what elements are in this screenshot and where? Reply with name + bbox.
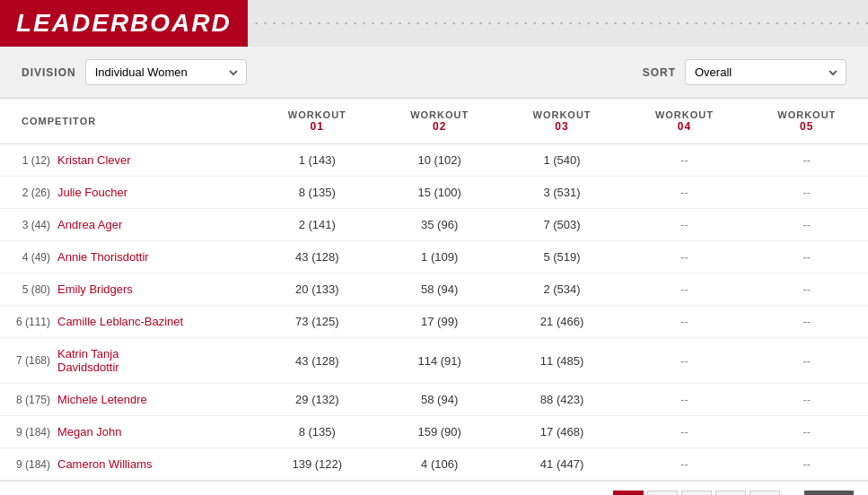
workout-04-cell: --: [623, 241, 745, 274]
workout04-header: WORKOUT 04: [623, 99, 745, 144]
workout-01-cell: 43 (128): [256, 241, 378, 274]
workout-05-cell: --: [746, 209, 868, 241]
table-header: COMPETITOR WORKOUT 01 WORKOUT 02 WORKOUT…: [0, 99, 868, 144]
division-label: DIVISION: [22, 66, 76, 79]
table-row: 7 (168)Katrin TanjaDavidsdottir43 (128)1…: [0, 338, 868, 384]
pagination-bar: 1 2 3 4 5 ... 1779: [0, 481, 868, 495]
rank-cell: 9 (184): [0, 448, 54, 481]
workout-03-cell: 2 (534): [501, 274, 623, 306]
sort-select[interactable]: OverallWorkout 01Workout 02Workout 03: [685, 59, 846, 85]
rank-cell: 1 (12): [0, 144, 54, 177]
competitor-header: COMPETITOR: [0, 99, 256, 144]
workout-02-cell: 10 (102): [378, 144, 500, 177]
table-row: 8 (175)Michele Letendre29 (132)58 (94)88…: [0, 384, 868, 416]
workout-01-cell: 43 (128): [256, 338, 378, 384]
workout-03-cell: 5 (519): [501, 241, 623, 274]
workout-01-cell: 1 (143): [256, 144, 378, 177]
page-header: LEADERBOARD: [0, 0, 868, 47]
workout-04-cell: --: [623, 144, 745, 177]
leaderboard-table: COMPETITOR WORKOUT 01 WORKOUT 02 WORKOUT…: [0, 99, 868, 481]
workout-04-cell: --: [623, 338, 745, 384]
workout-02-cell: 58 (94): [378, 384, 500, 416]
workout-02-cell: 159 (90): [378, 416, 500, 448]
name-cell[interactable]: Cameron Williams: [54, 448, 256, 481]
workout-04-cell: --: [623, 306, 745, 338]
header-decoration: [255, 18, 868, 29]
workout-05-cell: --: [746, 144, 868, 177]
page-title: LEADERBOARD: [16, 9, 232, 38]
page-4-button[interactable]: 4: [715, 491, 746, 495]
workout-04-cell: --: [623, 416, 745, 448]
workout-02-cell: 4 (106): [378, 448, 500, 481]
page-3-button[interactable]: 3: [681, 491, 712, 495]
name-cell[interactable]: Camille Leblanc-Bazinet: [54, 306, 256, 338]
sort-label: SORT: [643, 66, 676, 79]
sort-group: SORT OverallWorkout 01Workout 02Workout …: [643, 59, 846, 85]
workout-01-cell: 2 (141): [256, 209, 378, 241]
workout-05-cell: --: [746, 241, 868, 274]
workout02-header: WORKOUT 02: [378, 99, 500, 144]
workout-03-cell: 17 (468): [501, 416, 623, 448]
rank-cell: 9 (184): [0, 416, 54, 448]
name-cell[interactable]: Michele Letendre: [54, 384, 256, 416]
name-cell[interactable]: Annie Thorisdottir: [54, 241, 256, 274]
workout-02-cell: 114 (91): [378, 338, 500, 384]
rank-cell: 3 (44): [0, 209, 54, 241]
division-group: DIVISION Individual WomenIndividual MenT…: [22, 59, 247, 85]
workout-04-cell: --: [623, 177, 745, 209]
workout-03-cell: 21 (466): [501, 306, 623, 338]
table-row: 5 (80)Emily Bridgers20 (133)58 (94)2 (53…: [0, 274, 868, 306]
table-row: 9 (184)Megan John8 (135)159 (90)17 (468)…: [0, 416, 868, 448]
workout-05-cell: --: [746, 274, 868, 306]
rank-cell: 7 (168): [0, 338, 54, 384]
table-row: 9 (184)Cameron Williams139 (122)4 (106)4…: [0, 448, 868, 481]
page-1-button[interactable]: 1: [613, 491, 644, 495]
table-row: 2 (26)Julie Foucher8 (135)15 (100)3 (531…: [0, 177, 868, 209]
rank-cell: 4 (49): [0, 241, 54, 274]
workout-01-cell: 139 (122): [256, 448, 378, 481]
workout-03-cell: 11 (485): [501, 338, 623, 384]
workout-01-cell: 20 (133): [256, 274, 378, 306]
table-row: 6 (111)Camille Leblanc-Bazinet73 (125)17…: [0, 306, 868, 338]
workout-01-cell: 29 (132): [256, 384, 378, 416]
workout-03-cell: 41 (447): [501, 448, 623, 481]
name-cell[interactable]: Kristan Clever: [54, 144, 256, 177]
workout05-header: WORKOUT 05: [746, 99, 868, 144]
pagination-ellipsis: ...: [784, 491, 801, 495]
rank-cell: 8 (175): [0, 384, 54, 416]
workout-02-cell: 1 (109): [378, 241, 500, 274]
leaderboard-table-container: COMPETITOR WORKOUT 01 WORKOUT 02 WORKOUT…: [0, 99, 868, 481]
controls-bar: DIVISION Individual WomenIndividual MenT…: [0, 47, 868, 99]
page-last-button[interactable]: 1779: [804, 491, 854, 495]
name-cell[interactable]: Julie Foucher: [54, 177, 256, 209]
table-row: 4 (49)Annie Thorisdottir43 (128)1 (109)5…: [0, 241, 868, 274]
workout-05-cell: --: [746, 448, 868, 481]
name-cell[interactable]: Katrin TanjaDavidsdottir: [54, 338, 256, 384]
table-row: 1 (12)Kristan Clever1 (143)10 (102)1 (54…: [0, 144, 868, 177]
workout-05-cell: --: [746, 416, 868, 448]
workout-03-cell: 1 (540): [501, 144, 623, 177]
workout-01-cell: 73 (125): [256, 306, 378, 338]
division-select[interactable]: Individual WomenIndividual MenTeam: [85, 59, 247, 85]
rank-cell: 2 (26): [0, 177, 54, 209]
name-cell[interactable]: Emily Bridgers: [54, 274, 256, 306]
workout-04-cell: --: [623, 448, 745, 481]
workout-04-cell: --: [623, 209, 745, 241]
workout-03-cell: 88 (423): [501, 384, 623, 416]
page-2-button[interactable]: 2: [647, 491, 678, 495]
workout-02-cell: 58 (94): [378, 274, 500, 306]
rank-cell: 5 (80): [0, 274, 54, 306]
rank-cell: 6 (111): [0, 306, 54, 338]
workout-02-cell: 17 (99): [378, 306, 500, 338]
workout-04-cell: --: [623, 274, 745, 306]
table-row: 3 (44)Andrea Ager2 (141)35 (96)7 (503)--…: [0, 209, 868, 241]
page-5-button[interactable]: 5: [750, 491, 780, 495]
name-cell[interactable]: Andrea Ager: [54, 209, 256, 241]
workout-05-cell: --: [746, 384, 868, 416]
workout-02-cell: 15 (100): [378, 177, 500, 209]
workout-04-cell: --: [623, 384, 745, 416]
workout-01-cell: 8 (135): [256, 177, 378, 209]
workout01-header: WORKOUT 01: [256, 99, 378, 144]
name-cell[interactable]: Megan John: [54, 416, 256, 448]
workout-05-cell: --: [746, 338, 868, 384]
